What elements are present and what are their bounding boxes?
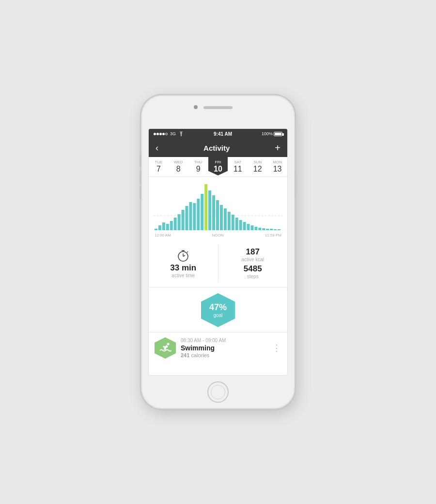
activity-swimming[interactable]: 08:30 AM - 09:00 AM Swimming 241 calorie… bbox=[149, 332, 287, 363]
date-thu-name: THU bbox=[194, 160, 202, 164]
svg-rect-7 bbox=[174, 218, 177, 230]
date-fri-num: 10 bbox=[214, 165, 222, 173]
chart-label-end: 11:59 PM bbox=[265, 233, 281, 237]
svg-rect-13 bbox=[197, 199, 200, 230]
steps-stat: 5485 steps bbox=[244, 264, 262, 279]
activity-chart: 12:00 AM NOON 11:59 PM bbox=[149, 177, 287, 239]
bar-chart bbox=[154, 182, 282, 230]
goal-percentage: 47% bbox=[209, 302, 227, 313]
date-sun-num: 12 bbox=[253, 165, 262, 173]
svg-line-40 bbox=[187, 252, 188, 252]
date-selector: TUE 7 WED 8 THU 9 FRI 10 SAT 11 bbox=[149, 157, 287, 177]
svg-point-0 bbox=[181, 135, 182, 136]
signal-dot-4 bbox=[162, 133, 165, 135]
date-fri-name: FRI bbox=[215, 160, 221, 164]
phone-camera bbox=[194, 105, 198, 109]
svg-rect-10 bbox=[186, 206, 188, 230]
activity-time: 08:30 AM - 09:00 AM bbox=[181, 338, 267, 343]
calories-label: calories bbox=[191, 352, 209, 358]
date-tue-name: TUE bbox=[155, 160, 162, 164]
stopwatch-icon bbox=[176, 249, 190, 262]
status-left: 3G bbox=[154, 131, 184, 136]
activity-name: Swimming bbox=[181, 344, 267, 352]
date-tue[interactable]: TUE 7 bbox=[149, 157, 169, 176]
goal-badge: 47% goal bbox=[201, 293, 235, 327]
date-wed-name: WED bbox=[174, 160, 183, 164]
phone-screen: 3G 9:41 AM 100% ‹ Activity bbox=[148, 128, 288, 376]
svg-rect-18 bbox=[216, 200, 219, 230]
date-sat[interactable]: SAT 11 bbox=[228, 157, 248, 176]
svg-rect-23 bbox=[235, 218, 238, 230]
phone-speaker bbox=[203, 106, 233, 109]
date-wed[interactable]: WED 8 bbox=[169, 157, 188, 176]
kcal-stat: 187 active kcal bbox=[241, 247, 264, 262]
more-options-button[interactable]: ⋮ bbox=[272, 346, 281, 351]
chart-label-start: 12:00 AM bbox=[155, 233, 171, 237]
home-button[interactable] bbox=[207, 381, 229, 403]
svg-rect-32 bbox=[270, 229, 273, 230]
date-sun[interactable]: SUN 12 bbox=[248, 157, 267, 176]
svg-rect-21 bbox=[228, 212, 231, 230]
date-thu[interactable]: THU 9 bbox=[188, 157, 208, 176]
date-tue-num: 7 bbox=[156, 165, 161, 173]
svg-rect-12 bbox=[193, 203, 196, 230]
back-button[interactable]: ‹ bbox=[156, 143, 158, 153]
swim-icon bbox=[159, 343, 171, 353]
date-mon-name: MON bbox=[273, 160, 282, 164]
svg-rect-20 bbox=[224, 208, 227, 230]
status-time: 9:41 AM bbox=[214, 131, 232, 137]
active-time-stat: 33 min active time bbox=[149, 244, 218, 282]
svg-rect-9 bbox=[182, 210, 185, 230]
date-wed-num: 8 bbox=[176, 165, 181, 173]
svg-rect-17 bbox=[212, 195, 215, 230]
svg-rect-4 bbox=[162, 222, 165, 230]
svg-rect-3 bbox=[158, 225, 161, 230]
svg-rect-6 bbox=[170, 221, 173, 230]
calories-bold: 241 bbox=[181, 352, 189, 358]
activity-icon-swimming bbox=[155, 337, 176, 359]
kcal-steps-stat: 187 active kcal 5485 steps bbox=[218, 244, 288, 282]
active-time-label: active time bbox=[171, 273, 195, 278]
signal-dots bbox=[154, 133, 168, 135]
battery-area: 100% bbox=[262, 131, 282, 136]
svg-rect-5 bbox=[166, 224, 169, 230]
status-bar: 3G 9:41 AM 100% bbox=[149, 129, 287, 139]
battery-icon bbox=[274, 132, 282, 136]
svg-rect-24 bbox=[239, 220, 242, 230]
date-fri-active[interactable]: FRI 10 bbox=[208, 157, 228, 176]
stats-area: 33 min active time 187 active kcal 5485 … bbox=[149, 239, 287, 287]
nav-bar: ‹ Activity + bbox=[149, 139, 287, 157]
svg-point-41 bbox=[167, 343, 170, 346]
chart-time-labels: 12:00 AM NOON 11:59 PM bbox=[154, 233, 282, 237]
svg-rect-16 bbox=[208, 190, 211, 230]
goal-area: 47% goal bbox=[149, 287, 287, 332]
network-label: 3G bbox=[170, 131, 176, 136]
svg-rect-15 bbox=[204, 184, 207, 230]
svg-rect-19 bbox=[220, 205, 223, 230]
activity-info-swimming: 08:30 AM - 09:00 AM Swimming 241 calorie… bbox=[181, 338, 267, 358]
svg-rect-2 bbox=[155, 229, 157, 230]
svg-rect-31 bbox=[266, 229, 269, 230]
svg-rect-11 bbox=[189, 202, 192, 230]
battery-label: 100% bbox=[262, 131, 273, 136]
active-time-value: 33 min bbox=[170, 263, 196, 273]
svg-rect-30 bbox=[262, 228, 265, 230]
date-mon-num: 13 bbox=[273, 165, 282, 173]
kcal-value: 187 bbox=[246, 247, 260, 257]
date-thu-num: 9 bbox=[196, 165, 201, 173]
signal-dot-5 bbox=[165, 133, 168, 135]
steps-value: 5485 bbox=[244, 264, 262, 274]
svg-rect-27 bbox=[250, 225, 253, 230]
chart-label-noon: NOON bbox=[212, 233, 224, 237]
activity-calories: 241 calories bbox=[181, 352, 267, 358]
date-mon[interactable]: MON 13 bbox=[267, 157, 287, 176]
svg-rect-26 bbox=[247, 224, 250, 230]
date-sun-name: SUN bbox=[253, 160, 262, 164]
date-sat-num: 11 bbox=[234, 165, 242, 173]
svg-rect-22 bbox=[232, 215, 234, 230]
add-button[interactable]: + bbox=[275, 142, 280, 154]
signal-dot-3 bbox=[159, 133, 162, 135]
kcal-label: active kcal bbox=[241, 257, 264, 262]
steps-label: steps bbox=[247, 274, 259, 279]
svg-rect-34 bbox=[278, 229, 280, 230]
